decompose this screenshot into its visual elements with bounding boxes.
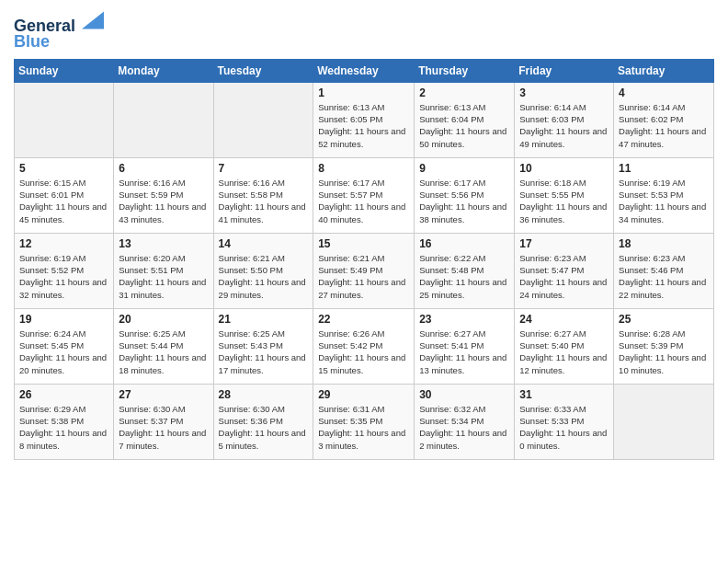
day-info: Sunrise: 6:18 AMSunset: 5:55 PMDaylight:… bbox=[519, 177, 609, 225]
calendar-cell: 23Sunrise: 6:27 AMSunset: 5:41 PMDayligh… bbox=[415, 308, 515, 384]
calendar-cell bbox=[213, 82, 313, 157]
weekday-header: Saturday bbox=[614, 59, 714, 82]
day-number: 10 bbox=[519, 162, 609, 175]
day-number: 27 bbox=[119, 388, 208, 401]
day-number: 29 bbox=[318, 388, 409, 401]
day-info: Sunrise: 6:26 AMSunset: 5:42 PMDaylight:… bbox=[318, 327, 409, 376]
logo: General Blue bbox=[14, 9, 104, 52]
day-number: 21 bbox=[219, 313, 309, 326]
day-info: Sunrise: 6:30 AMSunset: 5:37 PMDaylight:… bbox=[119, 403, 208, 452]
day-info: Sunrise: 6:28 AMSunset: 5:39 PMDaylight:… bbox=[619, 327, 709, 376]
calendar-cell: 17Sunrise: 6:23 AMSunset: 5:47 PMDayligh… bbox=[515, 233, 614, 308]
calendar-cell: 21Sunrise: 6:25 AMSunset: 5:43 PMDayligh… bbox=[213, 308, 313, 384]
weekday-header: Thursday bbox=[415, 59, 515, 82]
day-info: Sunrise: 6:30 AMSunset: 5:36 PMDaylight:… bbox=[219, 403, 309, 452]
day-number: 1 bbox=[318, 86, 409, 99]
calendar-cell: 29Sunrise: 6:31 AMSunset: 5:35 PMDayligh… bbox=[313, 384, 415, 459]
logo-icon bbox=[82, 9, 104, 31]
calendar-cell: 1Sunrise: 6:13 AMSunset: 6:05 PMDaylight… bbox=[313, 82, 415, 157]
day-number: 7 bbox=[219, 162, 309, 175]
calendar-cell: 31Sunrise: 6:33 AMSunset: 5:33 PMDayligh… bbox=[515, 384, 614, 459]
calendar-cell: 11Sunrise: 6:19 AMSunset: 5:53 PMDayligh… bbox=[614, 157, 714, 233]
day-info: Sunrise: 6:32 AMSunset: 5:34 PMDaylight:… bbox=[419, 403, 509, 452]
day-number: 23 bbox=[419, 313, 509, 326]
weekday-header: Friday bbox=[515, 59, 614, 82]
calendar-cell: 28Sunrise: 6:30 AMSunset: 5:36 PMDayligh… bbox=[213, 384, 313, 459]
calendar-cell: 15Sunrise: 6:21 AMSunset: 5:49 PMDayligh… bbox=[313, 233, 415, 308]
day-info: Sunrise: 6:23 AMSunset: 5:46 PMDaylight:… bbox=[619, 252, 709, 301]
calendar-cell: 20Sunrise: 6:25 AMSunset: 5:44 PMDayligh… bbox=[114, 308, 213, 384]
day-number: 5 bbox=[19, 162, 108, 175]
day-info: Sunrise: 6:27 AMSunset: 5:41 PMDaylight:… bbox=[419, 327, 509, 376]
calendar-cell bbox=[114, 82, 213, 157]
calendar-body: 1Sunrise: 6:13 AMSunset: 6:05 PMDaylight… bbox=[15, 82, 714, 459]
calendar-cell: 26Sunrise: 6:29 AMSunset: 5:38 PMDayligh… bbox=[15, 384, 114, 459]
day-number: 15 bbox=[318, 237, 409, 250]
header: General Blue bbox=[14, 9, 714, 52]
day-number: 30 bbox=[419, 388, 509, 401]
day-info: Sunrise: 6:17 AMSunset: 5:56 PMDaylight:… bbox=[419, 177, 509, 225]
weekday-header: Sunday bbox=[15, 59, 114, 82]
day-number: 18 bbox=[619, 237, 709, 250]
calendar-cell: 13Sunrise: 6:20 AMSunset: 5:51 PMDayligh… bbox=[114, 233, 213, 308]
day-number: 28 bbox=[219, 388, 309, 401]
calendar-cell: 6Sunrise: 6:16 AMSunset: 5:59 PMDaylight… bbox=[114, 157, 213, 233]
weekday-header: Wednesday bbox=[313, 59, 415, 82]
day-info: Sunrise: 6:16 AMSunset: 5:59 PMDaylight:… bbox=[119, 177, 208, 225]
day-number: 3 bbox=[519, 86, 609, 99]
day-number: 31 bbox=[519, 388, 609, 401]
day-info: Sunrise: 6:14 AMSunset: 6:03 PMDaylight:… bbox=[519, 101, 609, 150]
day-number: 14 bbox=[219, 237, 309, 250]
calendar: SundayMondayTuesdayWednesdayThursdayFrid… bbox=[14, 59, 714, 460]
day-info: Sunrise: 6:24 AMSunset: 5:45 PMDaylight:… bbox=[19, 327, 108, 376]
day-info: Sunrise: 6:13 AMSunset: 6:05 PMDaylight:… bbox=[318, 101, 409, 150]
day-info: Sunrise: 6:19 AMSunset: 5:52 PMDaylight:… bbox=[19, 252, 108, 301]
day-number: 11 bbox=[619, 162, 709, 175]
calendar-cell: 14Sunrise: 6:21 AMSunset: 5:50 PMDayligh… bbox=[213, 233, 313, 308]
day-number: 20 bbox=[119, 313, 208, 326]
day-number: 22 bbox=[318, 313, 409, 326]
calendar-cell bbox=[614, 384, 714, 459]
calendar-cell: 2Sunrise: 6:13 AMSunset: 6:04 PMDaylight… bbox=[415, 82, 515, 157]
day-info: Sunrise: 6:21 AMSunset: 5:49 PMDaylight:… bbox=[318, 252, 409, 301]
day-number: 2 bbox=[419, 86, 509, 99]
day-info: Sunrise: 6:27 AMSunset: 5:40 PMDaylight:… bbox=[519, 327, 609, 376]
calendar-cell: 24Sunrise: 6:27 AMSunset: 5:40 PMDayligh… bbox=[515, 308, 614, 384]
calendar-cell bbox=[15, 82, 114, 157]
day-info: Sunrise: 6:19 AMSunset: 5:53 PMDaylight:… bbox=[619, 177, 709, 225]
day-number: 4 bbox=[619, 86, 709, 99]
day-number: 16 bbox=[419, 237, 509, 250]
day-info: Sunrise: 6:15 AMSunset: 6:01 PMDaylight:… bbox=[19, 177, 108, 225]
calendar-cell: 19Sunrise: 6:24 AMSunset: 5:45 PMDayligh… bbox=[15, 308, 114, 384]
calendar-cell: 22Sunrise: 6:26 AMSunset: 5:42 PMDayligh… bbox=[313, 308, 415, 384]
day-info: Sunrise: 6:13 AMSunset: 6:04 PMDaylight:… bbox=[419, 101, 509, 150]
day-info: Sunrise: 6:25 AMSunset: 5:43 PMDaylight:… bbox=[219, 327, 309, 376]
day-number: 19 bbox=[19, 313, 108, 326]
calendar-cell: 4Sunrise: 6:14 AMSunset: 6:02 PMDaylight… bbox=[614, 82, 714, 157]
day-info: Sunrise: 6:29 AMSunset: 5:38 PMDaylight:… bbox=[19, 403, 108, 452]
day-number: 24 bbox=[519, 313, 609, 326]
calendar-cell: 10Sunrise: 6:18 AMSunset: 5:55 PMDayligh… bbox=[515, 157, 614, 233]
calendar-header: SundayMondayTuesdayWednesdayThursdayFrid… bbox=[15, 59, 714, 82]
day-info: Sunrise: 6:14 AMSunset: 6:02 PMDaylight:… bbox=[619, 101, 709, 150]
calendar-cell: 5Sunrise: 6:15 AMSunset: 6:01 PMDaylight… bbox=[15, 157, 114, 233]
page-container: General Blue SundayMondayTuesdayWednesda… bbox=[0, 0, 728, 469]
calendar-cell: 16Sunrise: 6:22 AMSunset: 5:48 PMDayligh… bbox=[415, 233, 515, 308]
day-info: Sunrise: 6:31 AMSunset: 5:35 PMDaylight:… bbox=[318, 403, 409, 452]
day-number: 13 bbox=[119, 237, 208, 250]
day-number: 12 bbox=[19, 237, 108, 250]
calendar-cell: 12Sunrise: 6:19 AMSunset: 5:52 PMDayligh… bbox=[15, 233, 114, 308]
calendar-cell: 27Sunrise: 6:30 AMSunset: 5:37 PMDayligh… bbox=[114, 384, 213, 459]
day-info: Sunrise: 6:21 AMSunset: 5:50 PMDaylight:… bbox=[219, 252, 309, 301]
weekday-header: Monday bbox=[114, 59, 213, 82]
day-info: Sunrise: 6:25 AMSunset: 5:44 PMDaylight:… bbox=[119, 327, 208, 376]
day-info: Sunrise: 6:22 AMSunset: 5:48 PMDaylight:… bbox=[419, 252, 509, 301]
calendar-cell: 8Sunrise: 6:17 AMSunset: 5:57 PMDaylight… bbox=[313, 157, 415, 233]
svg-marker-0 bbox=[82, 11, 104, 29]
day-number: 8 bbox=[318, 162, 409, 175]
calendar-cell: 25Sunrise: 6:28 AMSunset: 5:39 PMDayligh… bbox=[614, 308, 714, 384]
day-info: Sunrise: 6:16 AMSunset: 5:58 PMDaylight:… bbox=[219, 177, 309, 225]
calendar-cell: 30Sunrise: 6:32 AMSunset: 5:34 PMDayligh… bbox=[415, 384, 515, 459]
day-number: 6 bbox=[119, 162, 208, 175]
day-number: 9 bbox=[419, 162, 509, 175]
